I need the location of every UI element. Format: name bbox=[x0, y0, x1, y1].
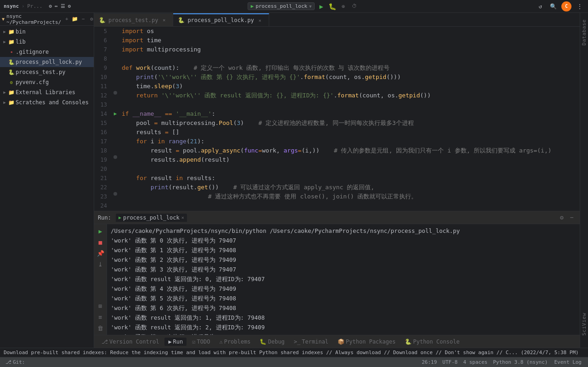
sidebar-icons: + 📁 − ⚙ bbox=[63, 16, 94, 23]
sidebar-label-pyvenv: pyvenv.cfg bbox=[16, 79, 49, 85]
run-restart-btn[interactable]: ▶ bbox=[96, 226, 106, 236]
btab-version-control[interactable]: ⎇ Version Control bbox=[98, 338, 163, 346]
status-indent[interactable]: 4 spaces bbox=[461, 359, 489, 365]
run-button[interactable]: ▶ bbox=[317, 2, 326, 11]
sidebar-item-bin[interactable]: ▶ 📁 bin bbox=[0, 27, 94, 37]
editor-area: 🐍 process_test.py ✕ 🐍 process_poll_lock.… bbox=[94, 13, 580, 211]
sidebar-item-gitignore[interactable]: ▶ ⚬ .gitignore bbox=[0, 47, 94, 57]
sidebar-item-pyvenv[interactable]: ▶ ⚙ pyvenv.cfg bbox=[0, 77, 94, 87]
new-folder-icon[interactable]: 📁 bbox=[71, 16, 79, 23]
user-avatar[interactable]: C bbox=[561, 1, 571, 11]
list-icon: ☰ bbox=[61, 3, 65, 9]
code-line-22: 22 print(result.get()) # 可以通过这个方式返回 appl… bbox=[94, 183, 580, 192]
python-packages-icon: 📦 bbox=[338, 339, 345, 345]
coverage-button[interactable]: ⊕ bbox=[339, 2, 348, 11]
line-content-16[interactable]: results = [] bbox=[120, 128, 580, 137]
run-tab-close[interactable]: ✕ bbox=[181, 215, 184, 220]
sync-icon: ↔ bbox=[55, 3, 58, 9]
sidebar-item-process-test[interactable]: ▶ 🐍 process_test.py bbox=[0, 67, 94, 77]
btab-problems[interactable]: ⚠ Problems bbox=[215, 338, 254, 346]
line-content-23[interactable]: # 通过这种方式也不再需要 使用 close(), join() 函数就可以正常… bbox=[120, 192, 580, 201]
line-content-15[interactable]: pool = multiprocessing.Pool(3) # 定义进程池的进… bbox=[120, 119, 580, 128]
run-settings-icon[interactable]: ⚙ bbox=[558, 214, 566, 222]
sidebar-item-scratches[interactable]: ▶ 📁 Scratches and Consoles bbox=[0, 97, 94, 107]
status-git[interactable]: ⎇ Git: bbox=[4, 359, 27, 365]
run-output-line-6: 'work' 函数 第 5 次执行, 进程号为 79408 bbox=[111, 294, 576, 303]
run-label: Run: bbox=[98, 215, 111, 221]
run-header-icons: ⚙ − bbox=[558, 214, 576, 222]
status-encoding[interactable]: UTF-8 bbox=[441, 359, 459, 365]
run-filter-btn[interactable]: ⊞ bbox=[96, 301, 106, 311]
tab-process-poll-lock[interactable]: 🐍 process_poll_lock.py ✕ bbox=[173, 13, 269, 26]
search-button[interactable]: 🔍 bbox=[548, 2, 558, 11]
line-content-12[interactable]: return '\''work\'' 函数 result 返回值为: {}, 进… bbox=[120, 91, 580, 100]
run-config-selector[interactable]: ▶ process_poll_lock ▼ bbox=[248, 2, 315, 10]
folder-icon: ▼ bbox=[2, 17, 5, 22]
event-log-button[interactable]: Event Log bbox=[551, 359, 584, 365]
notification-bar: Download pre-built shared indexes: Reduc… bbox=[0, 348, 588, 357]
gutter-19 bbox=[111, 155, 120, 159]
code-line-10: 10 print('\''work\'' 函数 第 {} 次执行, 进程号为 {… bbox=[94, 73, 580, 82]
run-pin-btn[interactable]: 📌 bbox=[96, 248, 106, 258]
line-content-11[interactable]: time.sleep(3) bbox=[120, 82, 580, 91]
far-right-database-label[interactable]: Database bbox=[581, 17, 587, 48]
code-line-11: 11 time.sleep(3) bbox=[94, 82, 580, 91]
far-right-sciview-label[interactable]: SciView bbox=[581, 310, 587, 339]
sidebar-item-process-poll-lock[interactable]: ▶ 🐍 process_poll_lock.py bbox=[0, 57, 94, 67]
tab-close-process-poll-lock[interactable]: ✕ bbox=[257, 17, 263, 23]
line-content-14[interactable]: if __name__ == '__main__': bbox=[120, 109, 580, 119]
btab-label-python-console: Python Console bbox=[413, 339, 459, 345]
sidebar-settings-icon[interactable]: ⚙ bbox=[88, 16, 94, 23]
btab-todo[interactable]: ☑ TODO bbox=[188, 338, 214, 346]
run-clear-btn[interactable]: 🗑 bbox=[96, 323, 106, 333]
btab-label-debug: Debug bbox=[268, 339, 284, 345]
btab-run[interactable]: ▶ Run bbox=[164, 338, 187, 346]
btab-terminal[interactable]: >_ Terminal bbox=[290, 338, 332, 346]
line-content-6[interactable]: import time bbox=[120, 36, 580, 45]
sidebar-label-extlibs: External Libraries bbox=[16, 89, 75, 96]
btab-debug[interactable]: 🐛 Debug bbox=[256, 338, 288, 346]
run-tab-process-poll-lock[interactable]: ▶ process_poll_lock ✕ bbox=[116, 214, 187, 222]
line-content-18[interactable]: result = pool.apply_async(func=work, arg… bbox=[120, 146, 580, 155]
status-python[interactable]: Python 3.8 (nsync) bbox=[491, 359, 549, 365]
gutter-14: ▶ bbox=[111, 109, 120, 119]
sidebar-label-ptest: process_test.py bbox=[16, 69, 65, 75]
btab-python-console[interactable]: 🐍 Python Console bbox=[401, 338, 463, 346]
status-line-col[interactable]: 26:19 bbox=[420, 359, 439, 365]
line-content-17[interactable]: for i in range(21): bbox=[120, 137, 580, 146]
code-line-24: 24 bbox=[94, 201, 580, 210]
run-output[interactable]: /Users/caoke/PycharmProjects/nsync/bin/p… bbox=[107, 224, 580, 335]
sidebar-item-lib[interactable]: ▶ 📁 lib bbox=[0, 37, 94, 47]
folder-icon-lib: 📁 bbox=[8, 39, 15, 45]
collapse-icon[interactable]: − bbox=[79, 16, 87, 23]
run-softrap-btn[interactable]: ≡ bbox=[96, 312, 106, 322]
code-scroll[interactable]: 5 import os 6 import time 7 impor bbox=[94, 27, 580, 211]
sidebar-header: ▼ nsync ~/PycharmProjects/ + 📁 − ⚙ bbox=[0, 13, 94, 26]
code-line-13: 13 bbox=[94, 100, 580, 109]
line-content-7[interactable]: import multiprocessing bbox=[120, 45, 580, 54]
line-content-9[interactable]: def work(count): # 定义一个 work 函数, 打印输出 每次… bbox=[120, 63, 580, 73]
btab-python-packages[interactable]: 📦 Python Packages bbox=[334, 338, 399, 346]
debug-button[interactable]: 🐛 bbox=[328, 2, 337, 11]
line-content-25[interactable]: if __name__ == '__main__' bbox=[120, 210, 580, 211]
sidebar-item-external-libs[interactable]: ▶ 📁 External Libraries bbox=[0, 87, 94, 97]
profile-button[interactable]: ⏱ bbox=[350, 2, 359, 11]
line-content-21[interactable]: for result in results: bbox=[120, 174, 580, 183]
tab-process-test[interactable]: 🐍 process_test.py ✕ bbox=[94, 13, 173, 26]
line-content-10[interactable]: print('\''work\'' 函数 第 {} 次执行, 进程号为 {}'.… bbox=[120, 73, 580, 82]
line-num-14: 14 bbox=[94, 109, 111, 119]
tab-close-process-test[interactable]: ✕ bbox=[161, 17, 167, 23]
run-panel: Run: ▶ process_poll_lock ✕ ⚙ − ▶ ■ 📌 bbox=[94, 211, 580, 335]
line-content-22[interactable]: print(result.get()) # 可以通过这个方式返回 apply_a… bbox=[120, 183, 580, 192]
run-stop-btn[interactable]: ■ bbox=[96, 237, 106, 247]
expand-arrow-lib: ▶ bbox=[2, 39, 7, 45]
line-content-19[interactable]: results.append(result) bbox=[120, 155, 580, 164]
more-options-button[interactable]: ⋮ bbox=[575, 2, 584, 11]
run-scroll-btn[interactable]: ⤓ bbox=[96, 259, 106, 269]
new-file-icon[interactable]: + bbox=[63, 16, 70, 23]
problems-icon: ⚠ bbox=[219, 339, 222, 345]
update-button[interactable]: ↺ bbox=[536, 2, 545, 11]
line-content-5[interactable]: import os bbox=[120, 27, 580, 36]
run-minimize-icon[interactable]: − bbox=[568, 214, 576, 222]
code-line-15: 15 pool = multiprocessing.Pool(3) # 定义进程… bbox=[94, 119, 580, 128]
